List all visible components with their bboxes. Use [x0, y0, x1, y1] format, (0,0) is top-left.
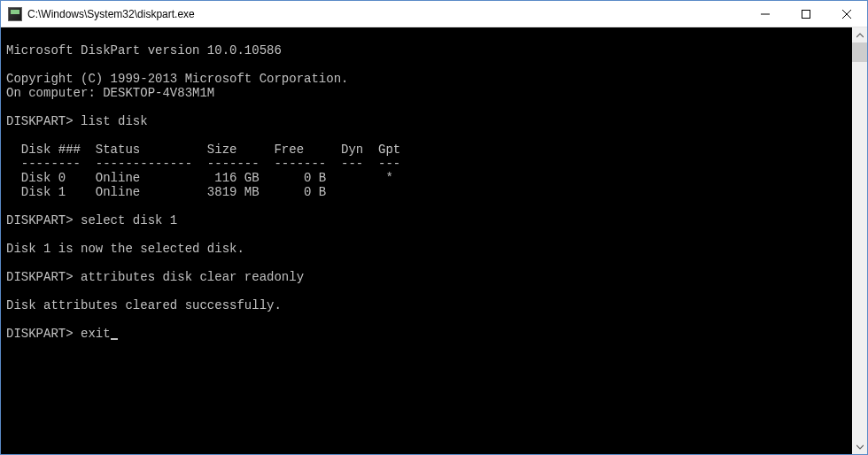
console-line: Disk 1 Online 3819 MB 0 B [6, 185, 326, 199]
scroll-down-button[interactable] [852, 439, 867, 454]
console-area: Microsoft DiskPart version 10.0.10586 Co… [1, 27, 867, 454]
scrollbar-track[interactable] [852, 42, 867, 439]
console-line: DISKPART> exit [6, 327, 111, 341]
console-line: Disk attributes cleared successfully. [6, 298, 282, 312]
vertical-scrollbar[interactable] [852, 27, 867, 454]
scrollbar-thumb[interactable] [852, 42, 867, 62]
console-line: Disk 0 Online 116 GB 0 B * [6, 171, 393, 185]
console-line: DISKPART> attributes disk clear readonly [6, 270, 304, 284]
window-controls [745, 1, 867, 27]
close-icon [842, 10, 851, 19]
minimize-button[interactable] [745, 1, 786, 27]
chevron-up-icon [856, 32, 864, 39]
scroll-up-button[interactable] [852, 27, 867, 42]
chevron-down-icon [856, 443, 864, 451]
console-line: -------- ------------- ------- ------- -… [6, 157, 400, 171]
minimize-icon [761, 10, 770, 19]
maximize-icon [802, 10, 810, 19]
console-line: DISKPART> list disk [6, 114, 148, 128]
text-cursor [111, 338, 118, 340]
window-title: C:\Windows\System32\diskpart.exe [27, 1, 745, 27]
console-line: DISKPART> select disk 1 [6, 213, 177, 228]
console-line: Disk ### Status Size Free Dyn Gpt [6, 143, 400, 157]
maximize-button[interactable] [786, 1, 826, 27]
console-line: Disk 1 is now the selected disk. [6, 242, 244, 256]
console-line: Copyright (C) 1999-2013 Microsoft Corpor… [6, 72, 348, 86]
titlebar[interactable]: C:\Windows\System32\diskpart.exe [1, 1, 867, 27]
console-line: On computer: DESKTOP-4V83M1M [6, 86, 214, 100]
svg-rect-1 [802, 11, 810, 19]
console-line: Microsoft DiskPart version 10.0.10586 [6, 43, 282, 58]
console-output[interactable]: Microsoft DiskPart version 10.0.10586 Co… [1, 27, 852, 454]
close-button[interactable] [826, 1, 867, 27]
app-icon [8, 7, 22, 21]
